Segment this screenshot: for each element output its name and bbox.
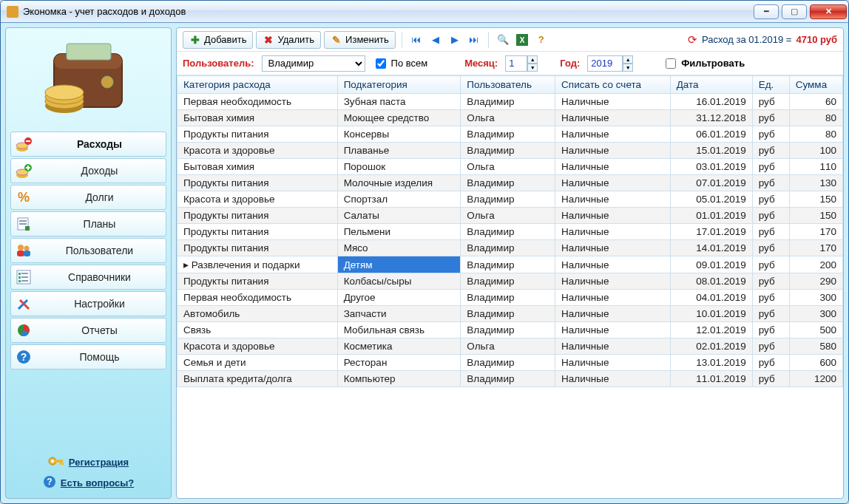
nav-prev-button[interactable]: ◀ — [427, 32, 444, 48]
col-date[interactable]: Дата — [670, 76, 752, 94]
sidebar-item-directories[interactable]: Справочники — [10, 265, 166, 290]
cell-date[interactable]: 05.01.2019 — [670, 191, 752, 208]
cell-sum[interactable]: 170 — [789, 224, 842, 240]
cell-user[interactable]: Владимир — [461, 256, 555, 273]
nav-last-button[interactable]: ⏭ — [466, 32, 482, 48]
filter-checkbox-input[interactable] — [666, 58, 676, 69]
cell-user[interactable]: Ольга — [461, 208, 555, 224]
cell-unit[interactable]: руб — [752, 224, 789, 240]
cell-sum[interactable]: 130 — [789, 175, 842, 191]
col-category[interactable]: Категория расхода — [177, 76, 338, 94]
cell-date[interactable]: 02.01.2019 — [670, 338, 752, 355]
sidebar-item-users[interactable]: Пользователи — [10, 238, 166, 263]
cell-sum[interactable]: 100 — [789, 143, 842, 159]
cell-acct[interactable]: Наличные — [555, 290, 671, 306]
nav-next-button[interactable]: ▶ — [447, 32, 463, 48]
cell-acct[interactable]: Наличные — [555, 191, 671, 208]
table-row[interactable]: Первая необходимостьДругоеВладимирНаличн… — [177, 290, 843, 306]
all-checkbox-input[interactable] — [376, 58, 386, 69]
cell-subcat[interactable]: Консервы — [337, 126, 461, 143]
cell-user[interactable]: Владимир — [461, 355, 555, 371]
cell-cat[interactable]: Семья и дети — [177, 355, 338, 371]
col-sum[interactable]: Сумма — [789, 76, 842, 94]
cell-acct[interactable]: Наличные — [555, 256, 671, 273]
refresh-icon[interactable]: ⟳ — [688, 33, 697, 47]
maximize-button[interactable]: ▢ — [782, 4, 807, 19]
cell-subcat[interactable]: Молочные изделия — [337, 175, 461, 191]
table-row[interactable]: Красота и здоровьеКосметикаОльгаНаличные… — [177, 338, 843, 355]
cell-acct[interactable]: Наличные — [555, 224, 671, 240]
cell-user[interactable]: Владимир — [461, 322, 555, 338]
user-select[interactable]: Владимир — [262, 55, 365, 72]
cell-subcat[interactable]: Ресторан — [337, 355, 461, 371]
cell-subcat[interactable]: Пельмени — [337, 224, 461, 240]
cell-date[interactable]: 16.01.2019 — [670, 94, 752, 110]
cell-unit[interactable]: руб — [752, 290, 789, 306]
month-up[interactable]: ▲ — [527, 55, 538, 64]
cell-cat[interactable]: Первая необходимость — [177, 290, 338, 306]
cell-user[interactable]: Ольга — [461, 338, 555, 355]
cell-cat[interactable]: Продукты питания — [177, 126, 338, 143]
cell-date[interactable]: 07.01.2019 — [670, 175, 752, 191]
cell-user[interactable]: Владимир — [461, 240, 555, 256]
col-subcategory[interactable]: Подкатегория — [337, 76, 461, 94]
month-down[interactable]: ▼ — [527, 64, 538, 72]
cell-unit[interactable]: руб — [752, 143, 789, 159]
sidebar-item-reports[interactable]: Отчеты — [10, 318, 166, 343]
cell-acct[interactable]: Наличные — [555, 208, 671, 224]
cell-sum[interactable]: 600 — [789, 355, 842, 371]
year-up[interactable]: ▲ — [623, 55, 633, 64]
filter-checkbox[interactable]: Фильтровать — [663, 56, 745, 71]
cell-cat[interactable]: Продукты питания — [177, 240, 338, 256]
table-row[interactable]: Продукты питанияПельмениВладимирНаличные… — [177, 224, 843, 240]
cell-date[interactable]: 31.12.2018 — [670, 110, 752, 126]
cell-date[interactable]: 10.01.2019 — [670, 306, 752, 322]
cell-cat[interactable]: Автомобиль — [177, 306, 338, 322]
table-row[interactable]: Выплата кредита/долгаКомпьютерВладимирНа… — [177, 371, 843, 387]
cell-subcat[interactable]: Косметика — [337, 338, 461, 355]
cell-sum[interactable]: 60 — [789, 94, 842, 110]
cell-sum[interactable]: 80 — [789, 126, 842, 143]
cell-subcat[interactable]: Зубная паста — [337, 94, 461, 110]
sidebar-item-plans[interactable]: Планы — [10, 211, 166, 236]
cell-cat[interactable]: Красота и здоровье — [177, 143, 338, 159]
cell-date[interactable]: 03.01.2019 — [670, 159, 752, 175]
add-button[interactable]: ✚ Добавить — [183, 31, 253, 49]
table-row[interactable]: АвтомобильЗапчастиВладимирНаличные10.01.… — [177, 306, 843, 322]
year-input[interactable] — [587, 55, 623, 72]
cell-unit[interactable]: руб — [752, 256, 789, 273]
sidebar-item-debts[interactable]: % Долги — [10, 185, 166, 210]
cell-cat[interactable]: Продукты питания — [177, 175, 338, 191]
cell-sum[interactable]: 290 — [789, 273, 842, 290]
table-row[interactable]: Первая необходимостьЗубная пастаВладимир… — [177, 94, 843, 110]
cell-subcat[interactable]: Компьютер — [337, 371, 461, 387]
help2-button[interactable]: ? — [533, 32, 549, 48]
cell-sum[interactable]: 300 — [789, 290, 842, 306]
table-row[interactable]: Красота и здоровьеПлаваньеВладимирНаличн… — [177, 143, 843, 159]
search-button[interactable]: 🔍 — [495, 32, 511, 48]
cell-unit[interactable]: руб — [752, 175, 789, 191]
cell-cat[interactable]: Красота и здоровье — [177, 191, 338, 208]
delete-button[interactable]: ✖ Удалить — [256, 31, 321, 49]
sidebar-item-help[interactable]: ? Помощь — [10, 344, 166, 370]
cell-unit[interactable]: руб — [752, 273, 789, 290]
table-row[interactable]: СвязьМобильная связьВладимирНаличные12.0… — [177, 322, 843, 338]
cell-unit[interactable]: руб — [752, 306, 789, 322]
cell-date[interactable]: 04.01.2019 — [670, 290, 752, 306]
col-unit[interactable]: Ед. — [752, 76, 789, 94]
cell-sum[interactable]: 200 — [789, 256, 842, 273]
cell-cat[interactable]: Красота и здоровье — [177, 338, 338, 355]
cell-sum[interactable]: 150 — [789, 208, 842, 224]
cell-acct[interactable]: Наличные — [555, 273, 671, 290]
cell-cat[interactable]: Продукты питания — [177, 224, 338, 240]
cell-subcat[interactable]: Мясо — [337, 240, 461, 256]
cell-subcat[interactable]: Детям — [337, 256, 461, 273]
cell-sum[interactable]: 580 — [789, 338, 842, 355]
cell-user[interactable]: Владимир — [461, 224, 555, 240]
col-user[interactable]: Пользователь — [461, 76, 555, 94]
cell-user[interactable]: Владимир — [461, 191, 555, 208]
table-row[interactable]: Развлечения и подаркиДетямВладимирНаличн… — [177, 256, 843, 273]
cell-cat[interactable]: Продукты питания — [177, 208, 338, 224]
table-row[interactable]: Продукты питанияКонсервыВладимирНаличные… — [177, 126, 843, 143]
cell-sum[interactable]: 300 — [789, 306, 842, 322]
